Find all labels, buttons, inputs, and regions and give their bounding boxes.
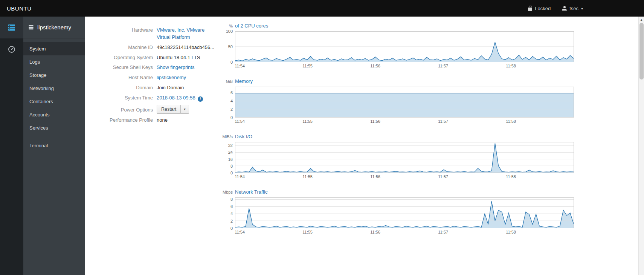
dashboard-gauge-icon: [8, 45, 16, 53]
machine-id-value: 49c1822514114bacb456...: [157, 44, 214, 51]
lock-icon: [528, 8, 532, 11]
memory-unit-label: GiB: [222, 79, 235, 84]
show-fingerprints-link[interactable]: Show fingerprints: [157, 64, 194, 70]
network-chart-title-link[interactable]: Network Traffic: [235, 189, 267, 195]
hardware-link[interactable]: VMware, Inc. VMware Virtual Platform: [157, 27, 206, 41]
chevron-down-icon: ▾: [184, 107, 186, 111]
info-row-power-options: Power Options Restart ▾: [85, 105, 222, 114]
info-row-ssh-keys: Secure Shell Keys Show fingerprints: [85, 64, 222, 71]
host-header[interactable]: lipstickenemy: [23, 17, 85, 38]
y-tick-label: 100: [226, 29, 233, 34]
disk-y-axis: 08162432: [222, 142, 235, 173]
y-tick-label: 8: [230, 164, 233, 168]
chart-disk-io: MiB/s Disk I/O 08162432 11:5411:5511:561…: [222, 134, 574, 180]
info-row-host-name: Host Name lipstickenemy: [85, 74, 222, 81]
sidebar-nav: System Logs Storage Networking Container…: [23, 38, 85, 152]
system-time-link[interactable]: 2018-08-13 09:58: [157, 95, 195, 101]
info-label: Hardware: [85, 27, 153, 33]
host-name-link[interactable]: lipstickenemy: [157, 75, 186, 80]
sidebar-item-networking[interactable]: Networking: [23, 82, 85, 95]
system-info-panel: Hardware VMware, Inc. VMware Virtual Pla…: [85, 17, 222, 275]
os-value: Ubuntu 18.04.1 LTS: [157, 54, 200, 61]
info-label: Power Options: [85, 105, 153, 113]
x-tick-label: 11:56: [370, 230, 380, 234]
sidebar-item-storage[interactable]: Storage: [23, 69, 85, 82]
power-options-split-button: Restart ▾: [157, 105, 189, 114]
info-label: Host Name: [85, 74, 153, 80]
x-tick-label: 11:54: [235, 64, 245, 68]
x-tick-label: 11:54: [235, 230, 245, 234]
cpu-plot: [235, 31, 574, 62]
main-content: Hardware VMware, Inc. VMware Virtual Pla…: [85, 17, 638, 275]
x-tick-label: 11:55: [302, 230, 313, 234]
user-name-label: tsec: [569, 6, 578, 11]
chart-plot-svg: [235, 32, 574, 62]
info-row-machine-id: Machine ID 49c1822514114bacb456...: [85, 44, 222, 51]
scrollbar-thumb[interactable]: [639, 23, 644, 79]
cpu-chart-title-link[interactable]: of 2 CPU cores: [235, 23, 268, 29]
info-label: Machine ID: [85, 44, 153, 50]
x-tick-label: 11:58: [506, 119, 516, 124]
sidebar-item-terminal[interactable]: Terminal: [23, 139, 85, 152]
y-tick-label: 4: [230, 99, 233, 103]
info-label: Performance Profile: [85, 117, 153, 123]
locked-label: Locked: [535, 6, 551, 11]
y-tick-label: 0: [230, 60, 233, 64]
cpu-x-axis: 11:5411:5511:5611:5711:58: [235, 64, 574, 69]
y-tick-label: 2: [230, 107, 233, 112]
memory-plot: [235, 87, 574, 118]
network-y-axis: 02468: [222, 197, 235, 228]
network-x-axis: 11:5411:5511:5611:5711:58: [235, 230, 574, 235]
x-tick-label: 11:57: [438, 119, 448, 124]
user-menu-button[interactable]: tsec ▾: [557, 3, 588, 14]
top-bar: UBUNTU Locked tsec ▾: [0, 0, 644, 17]
sidebar-item-system[interactable]: System: [23, 42, 85, 55]
x-tick-label: 11:56: [370, 119, 380, 124]
info-icon[interactable]: i: [198, 96, 203, 102]
info-row-operating-system: Operating System Ubuntu 18.04.1 LTS: [85, 54, 222, 61]
info-label: Domain: [85, 84, 153, 90]
restart-button[interactable]: Restart: [157, 105, 181, 114]
chart-plot-svg: [235, 87, 574, 117]
disk-x-axis: 11:5411:5511:5611:5711:58: [235, 174, 574, 180]
y-tick-label: 24: [228, 150, 233, 154]
power-options-dropdown-button[interactable]: ▾: [181, 105, 189, 114]
x-tick-label: 11:58: [506, 174, 516, 179]
info-label: Operating System: [85, 54, 153, 60]
locked-button[interactable]: Locked: [523, 3, 555, 14]
scroll-up-icon[interactable]: ▴: [639, 17, 644, 21]
dashboard-view-button[interactable]: [0, 38, 23, 60]
x-tick-label: 11:56: [370, 174, 380, 179]
sidebar-item-logs[interactable]: Logs: [23, 55, 85, 69]
info-row-performance-profile: Performance Profile none: [85, 117, 222, 124]
memory-chart-title-link[interactable]: Memory: [235, 78, 253, 84]
y-tick-label: 50: [228, 44, 233, 49]
disk-chart-title-link[interactable]: Disk I/O: [235, 134, 252, 139]
sidebar: lipstickenemy System Logs Storage Networ…: [23, 17, 85, 275]
y-tick-label: 0: [230, 226, 233, 231]
x-tick-label: 11:54: [235, 119, 245, 124]
info-label: System Time: [85, 95, 153, 101]
y-tick-label: 6: [230, 204, 233, 209]
x-tick-label: 11:56: [370, 64, 380, 68]
chart-network: Mbps Network Traffic 02468 11:5411:5511:…: [222, 189, 574, 235]
sidebar-item-services[interactable]: Services: [23, 121, 85, 134]
x-tick-label: 11:57: [438, 174, 448, 179]
info-row-domain: Domain Join Domain: [85, 84, 222, 92]
domain-value: Join Domain: [157, 84, 184, 92]
memory-y-axis: 0246: [222, 87, 235, 118]
network-unit-label: Mbps: [222, 190, 235, 194]
chart-plot-svg: [235, 142, 574, 173]
sidebar-item-containers[interactable]: Containers: [23, 95, 85, 108]
cpu-unit-label: %: [222, 24, 235, 28]
scrollbar[interactable]: ▴: [638, 17, 644, 275]
chart-memory: GiB Memory 0246 11:5411:5511:5611:5711:5…: [222, 78, 574, 125]
host-name-label: lipstickenemy: [37, 24, 71, 31]
sidebar-item-accounts[interactable]: Accounts: [23, 108, 85, 121]
server-icon: [8, 23, 16, 32]
network-plot: [235, 197, 574, 228]
brand-title: UBUNTU: [0, 5, 32, 12]
host-view-button[interactable]: [0, 17, 23, 38]
disk-plot: [235, 142, 574, 173]
user-icon: [562, 6, 567, 11]
